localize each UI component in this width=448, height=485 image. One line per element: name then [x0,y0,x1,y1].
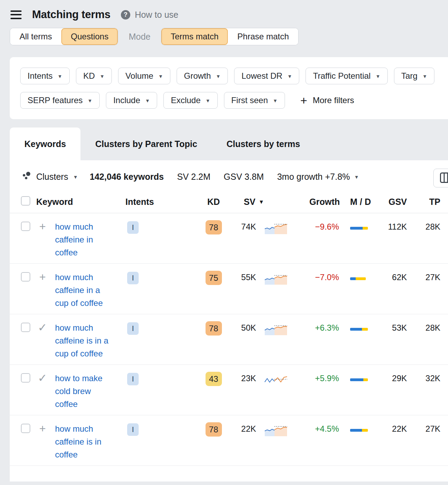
select-all-checkbox[interactable] [21,196,30,206]
sv-value: 23K [236,372,264,385]
keyword-cell: how much caffeine is in coffee [51,422,125,461]
row-checkbox[interactable] [21,272,30,282]
trend-sparkline [264,423,309,437]
growth-value: −9.6% [309,220,348,233]
plus-icon: + [300,94,307,106]
filter-traffic-potential[interactable]: Traffic Potential▼ [306,68,387,84]
filter-target[interactable]: Targ▼ [394,68,435,84]
filter-first-seen[interactable]: First seen▼ [224,92,285,109]
column-header-intents[interactable]: Intents [125,197,191,207]
results-panel: Clusters ▼ 142,046 keywords SV 2.2M GSV … [10,160,448,482]
keyword-cell: how much caffeine is in a cup of coffee [51,321,125,360]
filter-label: SERP features [28,95,83,105]
md-blue-segment [350,227,363,230]
keywords-count: 142,046 keywords [90,172,164,182]
spark-cell [264,372,309,386]
phrase-match-tab[interactable]: Phrase match [228,28,298,45]
row-checkbox[interactable] [21,222,30,231]
filter-growth[interactable]: Growth▼ [177,68,228,84]
tab-keywords[interactable]: Keywords [10,128,80,160]
menu-icon[interactable] [10,10,22,19]
md-yellow-segment [362,429,368,432]
columns-button[interactable] [433,169,448,187]
filter-intents[interactable]: Intents▼ [20,68,70,84]
column-header-sv[interactable]: SV▼ [236,197,264,207]
column-header-kd[interactable]: KD [191,197,236,207]
keyword-link[interactable]: how to make cold brew coffee [55,372,114,410]
table-row: + how much caffeine in coffee I 78 74K −… [10,213,448,264]
columns-icon [440,172,448,184]
chevron-down-icon: ▼ [145,98,150,103]
terms-match-tab[interactable]: Terms match [161,28,228,45]
add-keyword-icon[interactable]: + [39,422,46,435]
chevron-down-icon: ▼ [57,74,62,79]
page-title: Matching terms [32,8,110,21]
filter-include[interactable]: Include▼ [106,92,157,109]
keyword-link[interactable]: how much caffeine in a cup of coffee [55,271,114,309]
filter-serp-features[interactable]: SERP features▼ [20,92,100,109]
clusters-icon [22,171,31,183]
row-checkbox-cell [10,220,34,234]
filter-kd[interactable]: KD▼ [76,68,112,84]
keyword-link[interactable]: how much caffeine is in a cup of coffee [55,321,114,360]
md-blue-segment [350,429,362,432]
filter-lowest-dr[interactable]: Lowest DR▼ [234,68,299,84]
chevron-down-icon: ▼ [273,98,278,103]
trend-sparkline [264,322,309,336]
matching-terms-page: Matching terms ? How to use All terms Qu… [0,0,448,485]
more-filters-button[interactable]: +More filters [300,94,354,106]
kd-cell: 78 [191,220,236,234]
top-bar: Matching terms ? How to use [0,0,448,21]
questions-tab[interactable]: Questions [61,28,118,45]
row-checkbox[interactable] [21,373,30,383]
column-header-md[interactable]: M / D [348,197,379,207]
table-row: + how much caffeine in a cup of coffee I… [10,264,448,314]
gsv-value: 62K [379,271,410,284]
row-action-cell: ✓ [34,372,51,385]
growth-value: −7.0% [309,271,348,284]
filter-volume[interactable]: Volume▼ [118,68,170,84]
trend-sparkline [264,221,309,235]
filters-row-2: SERP features▼ Include▼ Exclude▼ First s… [20,92,448,109]
add-keyword-icon[interactable]: + [39,271,46,284]
trend-sparkline [264,372,309,386]
added-check-icon[interactable]: ✓ [38,321,47,334]
keyword-link[interactable]: how much caffeine in coffee [55,220,114,259]
add-keyword-icon[interactable]: + [39,220,46,233]
how-to-use[interactable]: ? How to use [121,10,178,20]
growth-total[interactable]: 3mo growth +7.8% ▼ [277,172,359,182]
sv-value: 22K [236,422,264,435]
chevron-down-icon: ▼ [354,174,359,180]
md-yellow-segment [363,227,368,230]
filter-exclude[interactable]: Exclude▼ [163,92,217,109]
column-header-tp[interactable]: TP [410,197,448,207]
intent-badge: I [127,221,139,234]
row-checkbox[interactable] [21,323,30,332]
column-header-gsv[interactable]: GSV [379,197,410,207]
chevron-down-icon: ▼ [422,74,427,79]
column-header-growth[interactable]: Growth [309,197,348,207]
growth-value: +5.9% [309,372,348,385]
tab-clusters-by-parent-topic[interactable]: Clusters by Parent Topic [80,128,212,160]
gsv-value: 112K [379,220,410,233]
clusters-view-selector[interactable]: Clusters ▼ [22,171,78,183]
filters-panel: Intents▼ KD▼ Volume▼ Growth▼ Lowest DR▼ … [10,57,448,119]
added-check-icon[interactable]: ✓ [38,372,47,385]
sv-value: 50K [236,321,264,334]
spark-cell [264,422,309,437]
mobile-desktop-bar [350,429,373,432]
filter-label: KD [83,71,95,81]
row-checkbox-cell [10,271,34,285]
keyword-link[interactable]: how much caffeine is in coffee [55,422,114,461]
mobile-desktop-bar [350,227,373,230]
table-row: ✓ how to make cold brew coffee I 43 23K … [10,365,448,415]
filter-label: Targ [401,71,418,81]
row-checkbox[interactable] [21,424,30,433]
mode-label: Mode [129,32,150,42]
sv-header-label: SV [244,197,255,207]
column-header-keyword[interactable]: Keyword [34,197,125,207]
all-terms-tab[interactable]: All terms [10,28,61,45]
kd-cell: 43 [191,372,236,386]
tab-clusters-by-terms[interactable]: Clusters by terms [212,128,315,160]
row-checkbox-cell [10,372,34,386]
